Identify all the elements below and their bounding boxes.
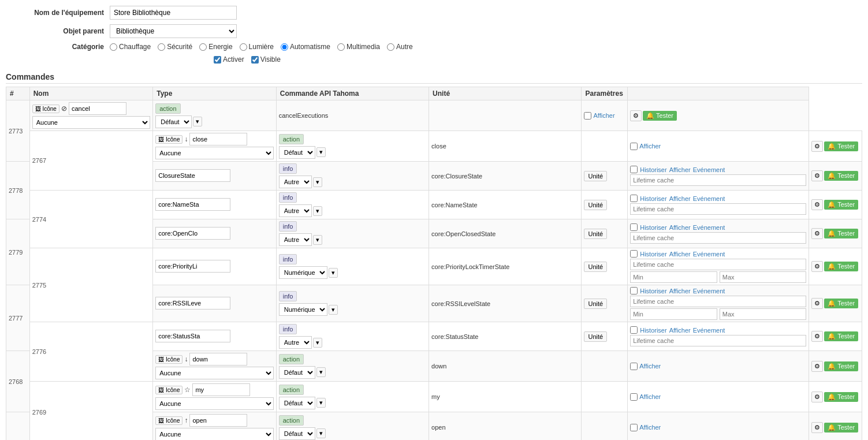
gear-button[interactable]: ⚙: [811, 228, 823, 239]
nom-select[interactable]: Aucune: [155, 367, 274, 379]
type-select[interactable]: Autre: [279, 176, 312, 188]
icone-btn[interactable]: 🖼 Icône: [155, 135, 182, 144]
afficher-link[interactable]: Afficher: [669, 251, 691, 258]
icone-btn[interactable]: 🖼 Icône: [155, 416, 182, 425]
activer-checkbox-label[interactable]: Activer: [214, 55, 244, 64]
tester-button[interactable]: 🔔 Tester: [824, 200, 858, 210]
historiser-checkbox[interactable]: [630, 195, 638, 202]
type-select[interactable]: Défaut: [279, 397, 315, 409]
evenement-link[interactable]: Evénement: [693, 288, 725, 294]
afficher-link[interactable]: Afficher: [639, 363, 661, 370]
nom-input[interactable]: [155, 227, 230, 240]
cat-chauffage[interactable]: Chauffage: [110, 43, 151, 51]
unite-btn[interactable]: Unité: [584, 229, 607, 239]
gear-button[interactable]: ⚙: [811, 422, 823, 433]
cat-autre[interactable]: Autre: [387, 43, 413, 51]
nom-input[interactable]: [189, 133, 247, 146]
afficher-checkbox[interactable]: [630, 363, 638, 370]
historiser-checkbox[interactable]: [630, 287, 638, 294]
afficher-link[interactable]: Afficher: [669, 288, 691, 294]
min-input[interactable]: [630, 308, 717, 320]
tester-button[interactable]: 🔔 Tester: [824, 229, 858, 238]
max-input[interactable]: [720, 271, 807, 283]
type-dropdown-btn[interactable]: ▾: [313, 338, 322, 348]
max-input[interactable]: [720, 308, 807, 320]
type-dropdown-btn[interactable]: ▾: [313, 206, 322, 216]
lifetime-input[interactable]: [630, 296, 806, 307]
cat-securite[interactable]: Sécurité: [158, 43, 192, 51]
type-dropdown-btn[interactable]: ▾: [329, 268, 338, 278]
gear-button[interactable]: ⚙: [811, 261, 823, 272]
afficher-checkbox[interactable]: [630, 143, 638, 150]
icone-btn[interactable]: 🖼 Icône: [155, 355, 182, 364]
type-dropdown-btn[interactable]: ▾: [193, 117, 202, 126]
afficher-checkbox[interactable]: [630, 393, 638, 401]
gear-button[interactable]: ⚙: [811, 298, 823, 309]
afficher-link[interactable]: Afficher: [669, 166, 691, 173]
historiser-link[interactable]: Historiser: [640, 166, 666, 173]
type-select[interactable]: Numérique: [279, 303, 327, 316]
type-dropdown-btn[interactable]: ▾: [316, 428, 326, 438]
min-input[interactable]: [630, 271, 717, 283]
nom-select[interactable]: Aucune: [155, 147, 274, 159]
type-select[interactable]: Autre: [279, 233, 312, 246]
unite-btn[interactable]: Unité: [584, 200, 607, 210]
type-select[interactable]: Autre: [279, 336, 312, 349]
afficher-checkbox[interactable]: [584, 112, 591, 120]
tester-button[interactable]: 🔔 Tester: [824, 331, 858, 341]
type-select[interactable]: Défaut: [279, 366, 315, 379]
cat-energie[interactable]: Energie: [199, 43, 232, 51]
afficher-checkbox[interactable]: [630, 424, 638, 431]
type-dropdown-btn[interactable]: ▾: [313, 177, 322, 187]
historiser-link[interactable]: Historiser: [640, 224, 666, 231]
evenement-link[interactable]: Evénement: [693, 327, 725, 334]
tester-button[interactable]: 🔔 Tester: [824, 361, 858, 371]
type-dropdown-btn[interactable]: ▾: [316, 147, 326, 157]
gear-button[interactable]: ⚙: [811, 141, 823, 152]
visible-checkbox-label[interactable]: Visible: [251, 55, 281, 64]
type-select[interactable]: Défaut: [279, 427, 315, 440]
historiser-link[interactable]: Historiser: [640, 288, 666, 294]
type-dropdown-btn[interactable]: ▾: [329, 305, 338, 315]
cat-lumiere[interactable]: Lumière: [240, 43, 274, 51]
nom-select[interactable]: Aucune: [155, 397, 274, 410]
unite-btn[interactable]: Unité: [584, 331, 607, 342]
tester-button[interactable]: 🔔 Tester: [824, 299, 858, 308]
lifetime-input[interactable]: [630, 259, 806, 270]
tester-button[interactable]: 🔔 Tester: [824, 392, 858, 402]
historiser-checkbox[interactable]: [630, 326, 638, 334]
nom-input[interactable]: [155, 330, 230, 342]
tester-button[interactable]: 🔔 Tester: [643, 111, 677, 121]
activer-checkbox[interactable]: [214, 56, 221, 64]
type-dropdown-btn[interactable]: ▾: [316, 367, 326, 377]
objet-select[interactable]: Bibliothèque: [110, 24, 237, 38]
unite-btn[interactable]: Unité: [584, 299, 607, 309]
evenement-link[interactable]: Evénement: [693, 195, 725, 202]
historiser-link[interactable]: Historiser: [640, 251, 666, 258]
historiser-link[interactable]: Historiser: [640, 327, 666, 334]
tester-button[interactable]: 🔔 Tester: [824, 423, 858, 432]
historiser-checkbox[interactable]: [630, 166, 638, 173]
cat-multimedia[interactable]: Multimedia: [337, 43, 380, 51]
lifetime-input[interactable]: [630, 335, 806, 346]
nom-input[interactable]: [155, 169, 230, 182]
afficher-link[interactable]: Afficher: [669, 224, 691, 231]
icone-btn[interactable]: 🖼 Icône: [32, 105, 59, 113]
tester-button[interactable]: 🔔 Tester: [824, 171, 858, 181]
type-select[interactable]: Défaut: [155, 115, 192, 128]
nom-input[interactable]: [110, 6, 237, 20]
icone-btn[interactable]: 🖼 Icône: [155, 386, 182, 394]
nom-input[interactable]: [155, 297, 230, 310]
nom-input[interactable]: [192, 383, 250, 396]
evenement-link[interactable]: Evénement: [693, 251, 725, 258]
nom-input[interactable]: [69, 102, 126, 115]
afficher-link[interactable]: Afficher: [639, 143, 661, 150]
unite-btn[interactable]: Unité: [584, 171, 607, 181]
evenement-link[interactable]: Evénement: [693, 224, 725, 231]
nom-input[interactable]: [189, 414, 247, 427]
gear-button[interactable]: ⚙: [811, 199, 823, 210]
afficher-link[interactable]: Afficher: [639, 424, 661, 431]
afficher-link[interactable]: Afficher: [593, 112, 614, 119]
evenement-link[interactable]: Evénement: [693, 166, 725, 173]
gear-button[interactable]: ⚙: [811, 361, 823, 372]
